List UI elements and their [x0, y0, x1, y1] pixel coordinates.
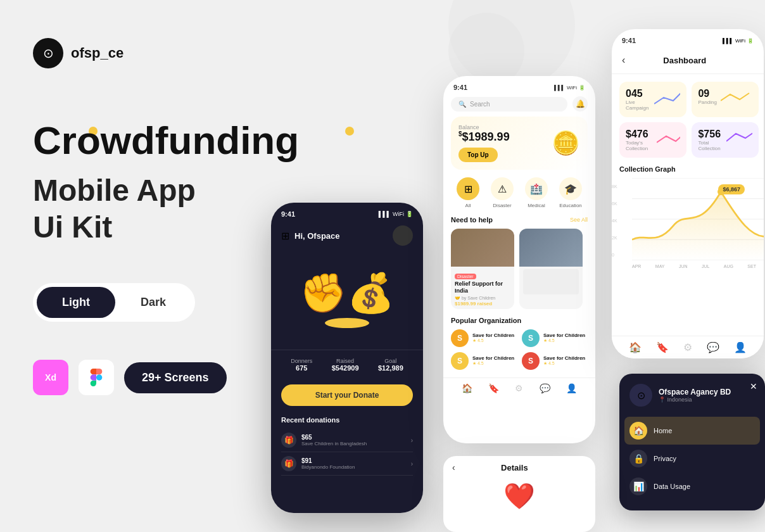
balance-label: Balance — [458, 124, 510, 130]
org-rating-1: ★ 4.5 — [543, 338, 585, 343]
org-name-3: Save for Children — [543, 355, 585, 361]
dash-nav-profile[interactable]: 👤 — [734, 341, 747, 353]
see-all-link[interactable]: See All — [570, 217, 588, 223]
details-phone-header: ‹ Details — [443, 456, 595, 476]
org-avatar-3: S — [522, 352, 540, 370]
overlay-menu-privacy[interactable]: 🔒 Privacy — [629, 445, 755, 472]
toggle-group: Light Dark — [33, 283, 195, 322]
light-phone-header: 9:41 ▌▌▌ WiFi 🔋 — [443, 76, 595, 96]
dark-button[interactable]: Dark — [115, 287, 191, 318]
overlay-user: ⊙ Ofspace Agancy BD 📍 Indonesia — [629, 384, 755, 407]
org-rating-2: ★ 4.5 — [472, 361, 514, 366]
stat-label-2: Goal — [378, 358, 403, 364]
privacy-menu-icon: 🔒 — [629, 450, 647, 467]
dashboard-time: 9:41 — [622, 37, 636, 44]
dash-nav-settings[interactable]: ⚙ — [683, 341, 692, 353]
chevron-icon-0: › — [411, 437, 413, 444]
dash-nav-home[interactable]: 🏠 — [629, 341, 642, 353]
dash-nav-bookmark[interactable]: 🔖 — [656, 341, 669, 353]
today-collection-number: $476 — [626, 129, 657, 140]
all-icon: ⊞ — [457, 177, 479, 200]
overlay-menu-card: ✕ ⊙ Ofspace Agancy BD 📍 Indonesia 🏠 Home… — [619, 374, 765, 510]
pending-number: 09 — [698, 88, 716, 99]
org-name-1: Save for Children — [543, 332, 585, 338]
nav-profile[interactable]: 👤 — [566, 383, 577, 393]
logo-area: ⊙ ofsp_ce — [33, 38, 286, 68]
light-phone-time: 9:41 — [453, 84, 467, 91]
greeting-text: Hi, Ofspace — [294, 231, 340, 241]
pending-chart — [721, 88, 752, 107]
overlay-menu-data-usage[interactable]: 📊 Data Usage — [629, 472, 755, 500]
org-item-0[interactable]: S Save for Children ★ 4.5 — [451, 329, 517, 347]
light-phone: 9:41 ▌▌▌ WiFi 🔋 🔍 Search 🔔 Balance $$198… — [443, 76, 595, 443]
stat-value-2: $12,989 — [378, 364, 403, 372]
chevron-icon-1: › — [411, 460, 413, 467]
stat-cards: 045 Live Campaign 09 Panding — [612, 74, 764, 165]
donation-icon-1: 🎁 — [281, 456, 296, 471]
org-avatar-2: S — [451, 352, 469, 370]
org-name-0: Save for Children — [472, 332, 514, 338]
education-icon: 🎓 — [559, 177, 582, 200]
close-icon[interactable]: ✕ — [750, 381, 757, 391]
nav-bookmark[interactable]: 🔖 — [488, 383, 499, 393]
dark-phone-hero: ✊💰 — [271, 248, 423, 350]
org-item-3[interactable]: S Save for Children ★ 4.5 — [522, 352, 588, 370]
campaign-card-1[interactable] — [519, 229, 583, 309]
dash-nav-chat[interactable]: 💬 — [707, 341, 719, 353]
nav-home[interactable]: 🏠 — [462, 383, 472, 393]
screens-badge: 29+ Screens — [124, 362, 227, 393]
donation-amount-0: $65 — [301, 434, 367, 441]
bottom-badges: Xd 29+ Screens — [33, 360, 286, 395]
balance-illustration: 🪙 — [552, 130, 580, 156]
today-chart — [657, 129, 681, 148]
overlay-menu-home[interactable]: 🏠 Home — [624, 417, 760, 445]
campaign-by-0: 🤝 by Save Children — [455, 296, 510, 301]
category-disaster[interactable]: ⚠ Disaster — [491, 177, 514, 208]
topup-button[interactable]: Top Up — [458, 148, 498, 162]
logo-text: ofsp_ce — [71, 45, 123, 61]
logo-icon: ⊙ — [33, 38, 63, 68]
figma-badge — [79, 360, 114, 395]
today-collection-label: Today's Collection — [626, 140, 657, 151]
category-medical[interactable]: 🏥 Medical — [525, 177, 548, 208]
donation-item-1: 🎁 $91 Bidyanondo Foundation › — [281, 452, 413, 476]
stat-card-live-campaign: 045 Live Campaign — [619, 82, 686, 117]
recent-donations-section: Recent donations 🎁 $65 Save Children in … — [271, 411, 423, 481]
total-collection-number: $756 — [698, 129, 726, 140]
campaign-amount-0: $1989.99 raised — [455, 301, 510, 307]
categories: ⊞ All ⚠ Disaster 🏥 Medical 🎓 Education — [443, 177, 595, 208]
campaign-image-1 — [519, 229, 583, 267]
recent-title: Recent donations — [281, 416, 413, 424]
total-chart — [726, 129, 752, 148]
need-help-title: Need to help — [451, 216, 493, 224]
donation-icon-0: 🎁 — [281, 433, 296, 448]
balance-amount: $$1989.99 — [458, 130, 510, 144]
nav-chat[interactable]: 💬 — [540, 383, 550, 393]
home-menu-label: Home — [654, 427, 672, 434]
stat-card-pending: 09 Panding — [692, 82, 759, 117]
donation-item-0: 🎁 $65 Save Children in Bangladesh › — [281, 429, 413, 452]
org-item-2[interactable]: S Save for Children ★ 4.5 — [451, 352, 517, 370]
campaign-card-0[interactable]: Disaster Relief Support for India 🤝 by S… — [451, 229, 514, 309]
donate-button[interactable]: Start your Donate — [281, 384, 413, 406]
donation-org-1: Bidyanondo Foundation — [301, 464, 355, 470]
org-rating-3: ★ 4.5 — [543, 361, 585, 366]
category-education[interactable]: 🎓 Education — [559, 177, 582, 208]
org-item-1[interactable]: S Save for Children ★ 4.5 — [522, 329, 588, 347]
notification-icon[interactable]: 🔔 — [572, 96, 588, 111]
left-section: ⊙ ofsp_ce Crowdfunding Mobile App Ui Kit… — [33, 38, 286, 395]
org-avatar-0: S — [451, 329, 469, 347]
privacy-menu-label: Privacy — [654, 455, 676, 462]
details-back-button[interactable]: ‹ — [452, 462, 455, 472]
category-all[interactable]: ⊞ All — [457, 177, 479, 208]
dark-phone: 9:41 ▌▌▌ WiFi 🔋 ⊞ Hi, Ofspace ✊💰 Donners… — [271, 203, 423, 513]
light-button[interactable]: Light — [37, 287, 115, 318]
stat-card-total: $756 Total Collection — [692, 122, 759, 158]
stat-value-1: $542909 — [332, 364, 359, 372]
nav-settings[interactable]: ⚙ — [515, 383, 523, 393]
dark-phone-header: 9:41 ▌▌▌ WiFi 🔋 — [271, 203, 423, 223]
balance-section: Balance $$1989.99 Top Up 🪙 — [451, 117, 588, 170]
back-button[interactable]: ‹ — [622, 54, 625, 66]
live-campaign-label: Live Campaign — [626, 99, 654, 111]
details-illustration: ❤️ — [503, 481, 535, 511]
